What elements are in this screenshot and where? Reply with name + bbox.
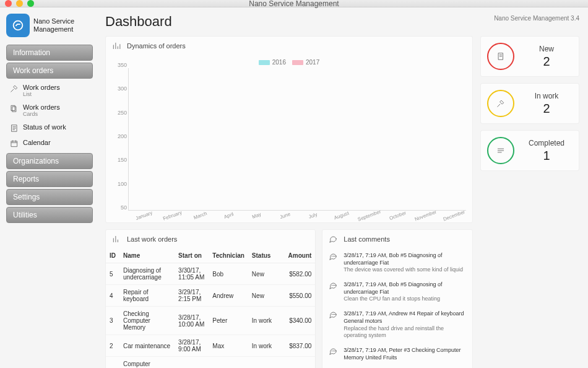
gavel-icon — [10, 84, 19, 93]
svg-rect-2 — [12, 107, 16, 112]
orders-table-card: Last work orders ID Name Start on Techni… — [105, 229, 316, 368]
document-icon — [487, 43, 514, 70]
nav-reports[interactable]: Reports — [6, 171, 93, 187]
nav-information[interactable]: Information — [6, 45, 93, 61]
svg-point-12 — [334, 314, 334, 315]
nav-settings[interactable]: Settings — [6, 189, 93, 205]
table-row[interactable]: 4Repair of keyboard3/29/17, 2:15 PMAndre… — [106, 285, 315, 307]
chart-plot — [128, 68, 466, 211]
list-icon — [112, 235, 121, 243]
bubble-icon — [329, 252, 339, 274]
brand-line1: Nano Service — [33, 17, 74, 25]
titlebar: Nano Service Management — [0, 0, 588, 7]
comment-icon — [329, 235, 337, 243]
chart-title: Dynamics of orders — [127, 42, 186, 50]
comments-card: Last comments 3/28/17, 7:19 AM, Bob #5 D… — [322, 229, 473, 368]
svg-point-8 — [332, 285, 332, 286]
window-title: Nano Service Management — [0, 0, 588, 8]
comments-title: Last comments — [344, 235, 390, 243]
svg-rect-4 — [11, 141, 17, 147]
calendar-icon — [10, 139, 19, 148]
subnav-calendar[interactable]: Calendar — [6, 136, 93, 151]
bubble-icon — [329, 281, 339, 303]
svg-point-5 — [332, 256, 332, 256]
subnav-work-orders-list[interactable]: Work ordersList — [6, 81, 93, 100]
svg-point-14 — [332, 351, 332, 351]
subnav-work-orders-cards[interactable]: Work ordersCards — [6, 100, 93, 120]
nav-organizations[interactable]: Organizations — [6, 153, 93, 169]
comment-item[interactable]: 3/28/17, 7:19 AM, Andrew #4 Repair of ke… — [322, 307, 472, 343]
svg-point-9 — [334, 285, 334, 286]
chart-card: Dynamics of orders 20162017 501001502002… — [105, 36, 473, 223]
chart-icon — [112, 42, 121, 50]
svg-point-10 — [335, 285, 335, 286]
comment-item[interactable]: 3/28/17, 7:19 AM, Peter #3 Checking Comp… — [322, 343, 472, 365]
nav-work-orders[interactable]: Work orders — [6, 63, 93, 79]
stat-completed[interactable]: Completed 1 — [480, 130, 579, 171]
svg-point-6 — [334, 256, 334, 256]
subnav-status[interactable]: Status of work — [6, 120, 93, 136]
table-row[interactable]: 1Computer Repair. Replacing the h...3/27… — [106, 357, 315, 369]
app-version: Nano Service Management 3.4 — [494, 14, 579, 22]
page-title: Dashboard — [105, 14, 172, 30]
bubble-icon — [329, 347, 339, 361]
svg-point-16 — [335, 351, 335, 351]
nav-utilities[interactable]: Utilities — [6, 207, 93, 223]
svg-point-0 — [14, 21, 23, 30]
svg-rect-1 — [11, 105, 15, 110]
wrench-icon — [6, 14, 30, 37]
stat-in-work[interactable]: In work 2 — [480, 83, 579, 124]
cards-icon — [10, 103, 19, 113]
sidebar: Nano Service Management Information Work… — [0, 7, 98, 368]
orders-table: ID Name Start on Technician Status Amoun… — [106, 248, 315, 368]
stat-new[interactable]: New 2 — [480, 36, 579, 77]
table-row[interactable]: 3Checking Computer Memory3/28/17, 10:00 … — [106, 307, 315, 335]
table-title: Last work orders — [127, 235, 177, 243]
comment-item[interactable]: 3/28/17, 7:19 AM, Bob #5 Diagnosing of u… — [322, 278, 472, 307]
svg-point-7 — [335, 256, 335, 256]
table-row[interactable]: 2Car maintenance3/28/17, 9:00 AMMaxIn wo… — [106, 335, 315, 357]
comment-item[interactable]: 3/28/17, 7:19 AM, Bob #5 Diagnosing of u… — [322, 248, 472, 278]
table-row[interactable]: 5Diagnosing of undercarriage3/30/17, 11:… — [106, 263, 315, 285]
brand: Nano Service Management — [6, 14, 93, 37]
svg-point-11 — [332, 314, 332, 315]
document-icon — [10, 123, 19, 133]
chart-legend: 20162017 — [112, 59, 466, 66]
gavel-icon — [487, 90, 514, 117]
bubble-icon — [329, 310, 339, 340]
brand-line2: Management — [33, 25, 74, 33]
lines-icon — [487, 137, 514, 164]
svg-point-13 — [335, 314, 335, 315]
svg-point-15 — [334, 351, 334, 351]
